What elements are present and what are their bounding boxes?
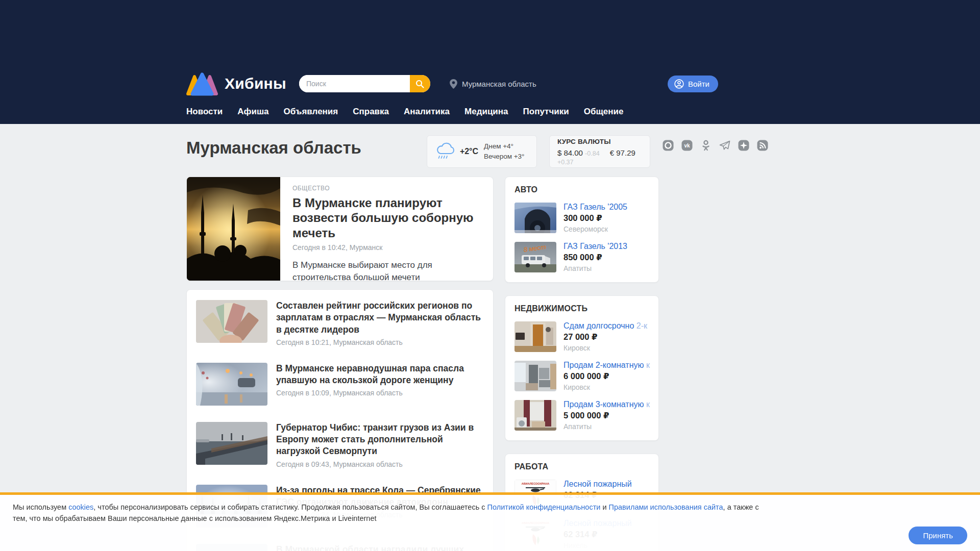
auto-listing-price: 300 000 ₽	[564, 213, 627, 223]
realty-section-title: НЕДВИЖИМОСТЬ	[514, 304, 649, 313]
news-meta: Сегодня в 10:21, Мурманская область	[276, 338, 484, 346]
zen-star-icon[interactable]	[738, 139, 750, 152]
auto-listing-price: 850 000 ₽	[564, 253, 627, 262]
nav-item-medicina[interactable]: Медицина	[464, 107, 508, 117]
realty-link-truncated: 2-к	[636, 321, 647, 330]
nav-item-analitika[interactable]: Аналитика	[404, 107, 450, 117]
nav-item-novosti[interactable]: Новости	[186, 107, 223, 117]
logo-mountains-icon	[186, 71, 218, 96]
vk-icon[interactable]: vk	[681, 139, 693, 152]
site-logo[interactable]: Хибины	[186, 71, 286, 96]
realty-listing-location: Кировск	[564, 383, 649, 391]
odnoklassniki-icon[interactable]	[700, 139, 712, 152]
news-item[interactable]: Составлен рейтинг российских регионов по…	[187, 292, 493, 355]
realty-listing-location: Апатиты	[564, 422, 649, 431]
search-box	[299, 75, 430, 92]
site-rules-link[interactable]: Правилами использования сайта	[609, 503, 723, 511]
featured-category: ОБЩЕСТВО	[292, 185, 481, 192]
cookies-link[interactable]: cookies	[68, 503, 93, 511]
realty-link-truncated: к	[646, 361, 650, 369]
site-header: Хибины Мурманская область	[0, 0, 980, 124]
rss-icon[interactable]	[756, 139, 769, 152]
search-icon	[415, 80, 424, 88]
featured-article-image	[187, 177, 280, 281]
currency-title: КУРС ВАЛЮТЫ	[557, 138, 642, 145]
accept-cookies-button[interactable]: Принять	[909, 527, 967, 544]
realty-listing-image-room	[514, 321, 556, 352]
auto-listing[interactable]: ГАЗ Газель '2005 300 000 ₽ Североморск	[514, 203, 649, 233]
auto-section-title: АВТО	[514, 185, 649, 194]
realty-listing[interactable]: Сдам долгосрочно 2-к 27 000 ₽ Кировск	[514, 321, 649, 352]
news-item[interactable]: В Мурманске неравнодушная пара спасла уп…	[187, 355, 493, 414]
news-meta: Сегодня в 10:09, Мурманская область	[276, 389, 484, 397]
region-selector[interactable]: Мурманская область	[450, 79, 536, 89]
weather-evening: Вечером +3°	[484, 152, 524, 162]
news-item[interactable]: Губернатор Чибис: транзит грузов из Азии…	[187, 414, 493, 477]
login-label: Войти	[688, 80, 709, 88]
weather-day: Днем +4°	[484, 141, 524, 152]
logo-text: Хибины	[225, 75, 286, 92]
featured-meta: Сегодня в 10:42, Мурманск	[292, 243, 481, 252]
news-meta: Сегодня в 09:43, Мурманская область	[276, 460, 484, 468]
login-button[interactable]: Войти	[668, 76, 718, 92]
svg-text:vk: vk	[684, 143, 690, 148]
realty-listing[interactable]: Продам 2-комнатную к 6 000 000 ₽ Кировск	[514, 361, 649, 391]
realty-listing-price: 5 000 000 ₽	[564, 411, 649, 420]
realty-listing-price: 6 000 000 ₽	[564, 371, 649, 381]
location-pin-icon	[450, 79, 457, 89]
weather-temp: +2°C	[460, 147, 478, 156]
auto-listing-link[interactable]: ГАЗ Газель '2005	[564, 203, 627, 212]
featured-article[interactable]: ОБЩЕСТВО В Мурманске планируют возвести …	[186, 177, 494, 281]
realty-listing-link[interactable]: Продам 3-комнатную к	[564, 400, 649, 409]
nav-item-obshchenie[interactable]: Общение	[584, 107, 624, 117]
cookie-text: Мы используем cookies, чтобы персонализи…	[13, 502, 773, 524]
social-links: vk	[662, 135, 769, 152]
search-button[interactable]	[410, 75, 430, 92]
usd-delta: -0.84	[585, 150, 600, 157]
auto-listing-image-van-wheel	[514, 203, 556, 233]
news-title[interactable]: Составлен рейтинг российских регионов по…	[276, 300, 484, 336]
currency-widget[interactable]: КУРС ВАЛЮТЫ $ 84.00 -0.84 € 97.29 +0.37	[549, 135, 650, 168]
news-title[interactable]: Губернатор Чибис: транзит грузов из Азии…	[276, 422, 484, 458]
rain-cloud-icon	[435, 142, 457, 161]
auto-listing[interactable]: 8 мест ГАЗ Газель '2013 850 000 ₽ Апатит…	[514, 242, 649, 272]
region-label: Мурманская область	[462, 80, 536, 88]
telegram-icon[interactable]	[719, 139, 731, 152]
realty-listing-image-red-curtains	[514, 400, 556, 431]
dzen-icon[interactable]	[662, 139, 674, 152]
job-image-caption: АВИАЛЕСООХРАНА	[522, 482, 549, 485]
cookie-banner: Мы используем cookies, чтобы персонализи…	[0, 492, 980, 551]
jobs-section-title: РАБОТА	[514, 462, 649, 471]
search-input[interactable]	[299, 75, 410, 92]
featured-title[interactable]: В Мурманске планируют возвести большую с…	[292, 195, 481, 240]
news-thumbnail-money	[196, 300, 267, 343]
job-listing-link[interactable]: Лесной пожарный	[564, 480, 632, 489]
auto-listing-location: Североморск	[564, 225, 627, 233]
news-thumbnail-winter-street	[196, 363, 267, 406]
realty-listing-image-kitchen	[514, 361, 556, 391]
page-title: Мурманская область	[186, 135, 361, 158]
main-nav: Новости Афиша Объявления Справка Аналити…	[186, 107, 794, 117]
eur-rate: € 97.29	[610, 148, 635, 157]
news-title[interactable]: В Мурманске неравнодушная пара спасла уп…	[276, 363, 484, 387]
nav-item-spravka[interactable]: Справка	[353, 107, 389, 117]
auto-listing-link[interactable]: ГАЗ Газель '2013	[564, 242, 627, 251]
privacy-policy-link[interactable]: Политикой конфиденциальности	[487, 503, 601, 511]
eur-delta: +0.37	[557, 159, 574, 166]
realty-section: НЕДВИЖИМОСТЬ С	[505, 295, 659, 441]
realty-listing[interactable]: Продам 3-комнатную к 5 000 000 ₽ Апатиты	[514, 400, 649, 431]
realty-listing-link[interactable]: Продам 2-комнатную к	[564, 361, 649, 370]
usd-rate: $ 84.00	[557, 148, 583, 157]
weather-widget[interactable]: +2°C Днем +4° Вечером +3°	[427, 135, 537, 168]
nav-item-poputchiki[interactable]: Попутчики	[523, 107, 569, 117]
realty-listing-price: 27 000 ₽	[564, 332, 647, 342]
auto-listing-image-white-van: 8 мест	[514, 242, 556, 272]
auto-listing-location: Апатиты	[564, 264, 627, 272]
nav-item-afisha[interactable]: Афиша	[237, 107, 268, 117]
realty-listing-link[interactable]: Сдам долгосрочно 2-к	[564, 321, 647, 331]
realty-listing-location: Кировск	[564, 344, 647, 352]
user-icon	[674, 79, 684, 89]
nav-item-obyavleniya[interactable]: Объявления	[284, 107, 338, 117]
auto-section: АВТО	[505, 177, 659, 283]
news-thumbnail-harbor	[196, 422, 267, 465]
